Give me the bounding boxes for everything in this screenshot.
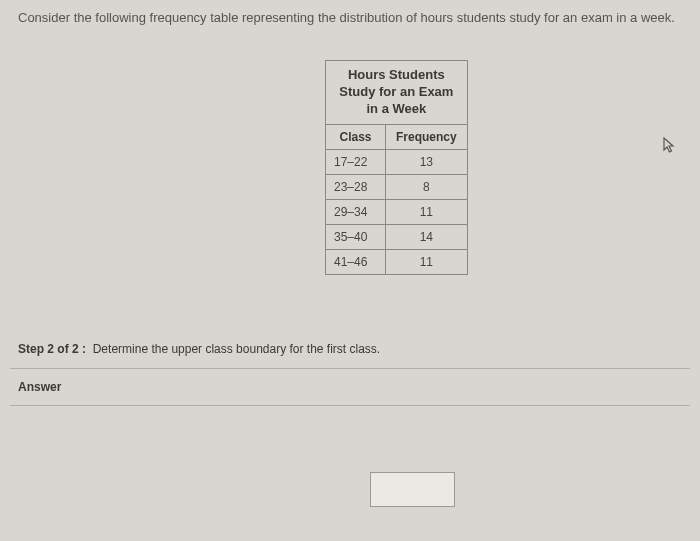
cursor-icon [663,137,677,155]
table-row: 35–40 14 [326,224,468,249]
table-row: 41–46 11 [326,249,468,274]
table-row: 23–28 8 [326,174,468,199]
answer-label: Answer [18,380,61,394]
table-row: 29–34 11 [326,199,468,224]
frequency-table: Hours Students Study for an Exam in a We… [325,60,468,275]
step-instruction-text: Determine the upper class boundary for t… [93,342,380,356]
divider [10,368,690,369]
divider [10,405,690,406]
class-cell: 29–34 [326,199,386,224]
step-label: Step 2 of 2 : [18,342,86,356]
class-cell: 23–28 [326,174,386,199]
answer-input[interactable] [370,472,455,507]
frequency-cell: 11 [386,199,468,224]
column-header-class: Class [326,124,386,149]
step-section: Step 2 of 2 : Determine the upper class … [0,332,700,366]
frequency-cell: 8 [386,174,468,199]
table-title-line3: in a Week [366,101,426,116]
class-cell: 41–46 [326,249,386,274]
question-text: Consider the following frequency table r… [0,0,700,35]
table-title-line1: Hours Students [348,67,445,82]
frequency-cell: 13 [386,149,468,174]
table-title: Hours Students Study for an Exam in a We… [326,61,468,125]
table-title-line2: Study for an Exam [339,84,453,99]
frequency-table-container: Hours Students Study for an Exam in a We… [325,60,468,275]
frequency-cell: 11 [386,249,468,274]
class-cell: 17–22 [326,149,386,174]
column-header-frequency: Frequency [386,124,468,149]
frequency-cell: 14 [386,224,468,249]
table-row: 17–22 13 [326,149,468,174]
class-cell: 35–40 [326,224,386,249]
